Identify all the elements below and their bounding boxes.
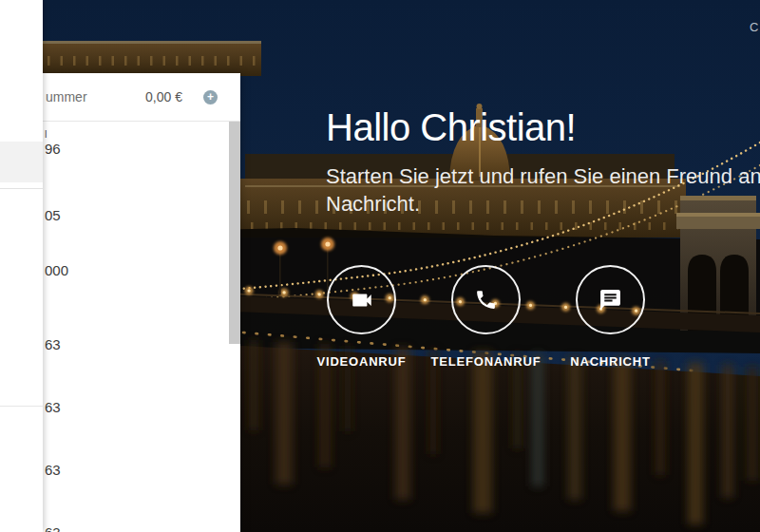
phone-number-row[interactable]: 63: [45, 336, 61, 352]
phone-icon: [474, 288, 498, 312]
phone-number-row[interactable]: 000: [45, 262, 68, 278]
videocam-icon: [350, 288, 374, 313]
left-panel-divider: [0, 188, 43, 189]
action-phone-call: TELEFONANRUF: [424, 265, 548, 369]
number-row-label-fragment: l: [45, 128, 47, 140]
chat-icon: [598, 288, 622, 312]
phone-number-row[interactable]: 63: [45, 524, 61, 532]
plus-icon[interactable]: +: [203, 90, 218, 104]
message-button[interactable]: [576, 265, 645, 334]
phone-number-row[interactable]: 63: [45, 462, 61, 478]
subtitle-line-2: Nachricht.: [326, 190, 760, 218]
scrollbar-thumb[interactable]: [229, 122, 240, 344]
greeting-heading: Hallo Christian!: [326, 106, 760, 149]
action-video-call: VIDEOANRUF: [299, 265, 424, 369]
balance-amount: 0,00 €: [145, 89, 182, 104]
left-panel-selected-row[interactable]: [0, 142, 43, 182]
phone-number-row[interactable]: 96: [45, 141, 61, 157]
top-right-user-fragment[interactable]: C: [750, 20, 758, 34]
left-panel: [0, 0, 43, 532]
video-call-label: VIDEOANRUF: [317, 354, 407, 369]
phone-number-row[interactable]: 63: [45, 399, 61, 415]
phone-call-label: TELEFONANRUF: [431, 354, 542, 369]
video-call-button[interactable]: [327, 265, 396, 334]
action-message: NACHRICHT: [548, 265, 673, 369]
dialog-header-divider: [43, 121, 240, 122]
dialog-title: ummer: [46, 89, 145, 104]
phone-call-button[interactable]: [451, 265, 521, 334]
welcome-section: Hallo Christian! Starten Sie jetzt und r…: [326, 106, 760, 218]
subtitle-line-1: Starten Sie jetzt und rufen Sie einen Fr…: [326, 162, 760, 190]
action-buttons: VIDEOANRUF TELEFONANRUF NACHRICHT: [299, 265, 673, 369]
dialog-header: ummer 0,00 € +: [43, 73, 240, 121]
phone-number-row[interactable]: 05: [45, 207, 61, 223]
left-panel-divider: [0, 406, 43, 407]
message-label: NACHRICHT: [570, 354, 650, 369]
phone-number-dialog: ummer 0,00 € + l 96 05 000 63 63 63 63: [43, 73, 240, 532]
welcome-subtitle: Starten Sie jetzt und rufen Sie einen Fr…: [326, 162, 760, 218]
